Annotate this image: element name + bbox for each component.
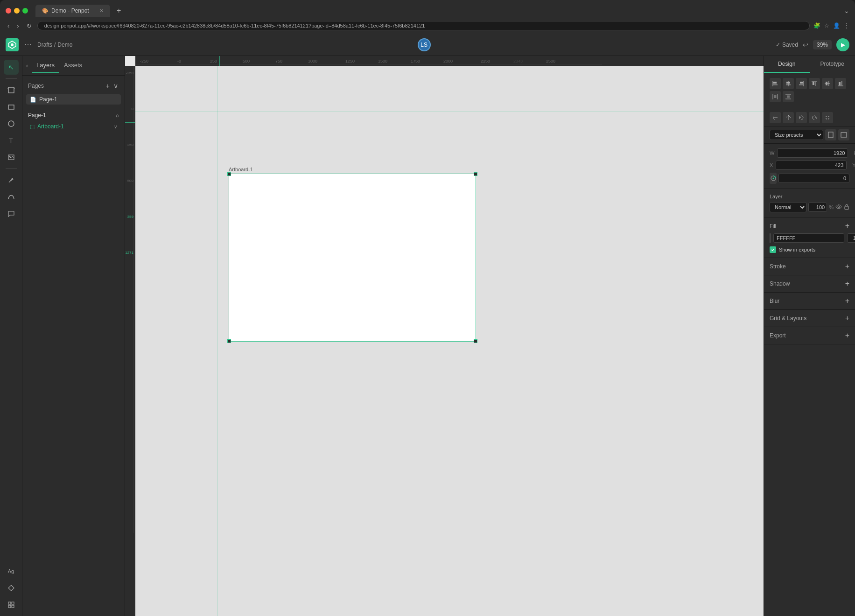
canvas-background[interactable]: Artboard-1 <box>135 66 764 616</box>
layer-lock-button[interactable] <box>844 203 849 211</box>
flip-h-button[interactable] <box>770 112 781 123</box>
layer-blend-mode-select[interactable]: Normal <box>770 202 806 212</box>
rotate-left-button[interactable] <box>796 112 807 123</box>
grid-view-button[interactable] <box>4 597 19 612</box>
frame-tool-button[interactable] <box>4 83 19 98</box>
width-input[interactable]: 1920 <box>777 148 848 158</box>
pages-section: Pages + ∨ 📄 Page-1 <box>26 79 121 105</box>
breadcrumb-sep: / <box>54 42 56 48</box>
add-fill-button[interactable]: + <box>845 222 849 230</box>
svg-rect-11 <box>8 605 11 608</box>
add-grid-button[interactable]: + <box>845 315 849 322</box>
align-bottom-button[interactable] <box>835 78 846 89</box>
layer-item[interactable]: ⬚ Artboard-1 ∨ <box>26 121 121 132</box>
header-menu-button[interactable]: ⋯ <box>22 39 34 50</box>
handle-bottom-right[interactable] <box>474 339 477 343</box>
close-traffic-light[interactable] <box>6 8 11 14</box>
zoom-button[interactable]: 39% <box>813 40 832 49</box>
add-export-button[interactable]: + <box>845 332 849 339</box>
align-middle-v-button[interactable] <box>822 78 833 89</box>
comment-tool-button[interactable] <box>4 206 19 221</box>
tab-close-button[interactable]: ✕ <box>99 8 104 14</box>
svg-rect-42 <box>828 81 829 86</box>
artboard[interactable] <box>229 174 476 342</box>
layer-title: Layer <box>770 194 849 199</box>
rotate-right-button[interactable] <box>809 112 820 123</box>
text-tool-button[interactable]: T <box>4 133 19 148</box>
design-tab[interactable]: Design <box>764 56 810 73</box>
show-in-exports-checkbox[interactable] <box>770 246 776 253</box>
x-input[interactable]: 423 <box>776 161 847 170</box>
saved-label: Saved <box>782 42 798 48</box>
page-item[interactable]: 📄 Page-1 <box>26 94 121 105</box>
fill-color-swatch[interactable] <box>770 233 771 243</box>
refresh-button[interactable]: ↻ <box>25 21 34 30</box>
align-left-button[interactable] <box>770 78 781 89</box>
alignment-section <box>764 73 855 109</box>
expand-pages-button[interactable]: ∨ <box>112 81 119 91</box>
handle-top-left[interactable] <box>227 172 231 176</box>
distribute-v-button[interactable] <box>783 91 794 102</box>
svg-rect-44 <box>839 82 841 85</box>
maximize-traffic-light[interactable] <box>22 8 28 14</box>
handle-bottom-left[interactable] <box>227 339 231 343</box>
svg-rect-29 <box>773 82 777 84</box>
layers-section-title: Page-1 <box>28 112 46 119</box>
svg-rect-41 <box>826 82 827 85</box>
add-page-button[interactable]: + <box>105 81 111 91</box>
panel-collapse-button[interactable]: ‹ <box>26 63 28 69</box>
typography-tool-button[interactable]: Ag <box>4 564 19 579</box>
svg-text:500: 500 <box>243 59 250 63</box>
constrain-proportions-button[interactable] <box>822 112 833 123</box>
fill-opacity-input[interactable]: 100 <box>847 233 855 243</box>
rotation-button[interactable] <box>770 173 777 184</box>
ellipse-tool-button[interactable] <box>4 116 19 131</box>
align-right-button[interactable] <box>796 78 807 89</box>
layers-search-button[interactable]: ⌕ <box>116 112 119 119</box>
size-presets-select[interactable]: Size presets <box>770 130 823 140</box>
rectangle-tool-button[interactable] <box>4 99 19 114</box>
svg-rect-36 <box>799 84 803 85</box>
history-button[interactable]: ↩ <box>803 41 808 49</box>
add-blur-button[interactable]: + <box>845 297 849 305</box>
fill-header: Fill + <box>770 222 849 230</box>
assets-tab[interactable]: Assets <box>59 58 87 73</box>
curve-tool-button[interactable] <box>4 189 19 204</box>
frame-orientation-landscape[interactable] <box>838 129 849 140</box>
align-top-button[interactable] <box>809 78 820 89</box>
flip-v-button[interactable] <box>783 112 794 123</box>
play-button[interactable]: ▶ <box>836 38 849 51</box>
page-name: Page-1 <box>39 96 57 103</box>
prototype-tab[interactable]: Prototype <box>810 56 855 73</box>
canvas-area[interactable]: -250 -0 250 500 750 1000 1250 1500 1750 … <box>125 56 764 616</box>
minimize-traffic-light[interactable] <box>14 8 20 14</box>
add-stroke-button[interactable]: + <box>845 263 849 270</box>
pen-tool-button[interactable] <box>4 173 19 188</box>
active-tab[interactable]: 🎨 Demo - Penpot ✕ <box>35 5 110 17</box>
address-bar[interactable]: design.penpot.app/#/workspace/f6340820-6… <box>37 21 810 30</box>
tab-title: Demo - Penpot <box>51 7 89 14</box>
distribute-h-button[interactable] <box>770 91 781 102</box>
align-center-h-button[interactable] <box>783 78 794 89</box>
layer-expand-button[interactable]: ∨ <box>114 124 117 129</box>
fill-color-input[interactable]: FFFFFF <box>773 233 844 243</box>
layers-tab[interactable]: Layers <box>32 58 59 73</box>
checkmark-icon: ✓ <box>776 42 780 48</box>
svg-text:1250: 1250 <box>345 59 355 63</box>
back-button[interactable]: ‹ <box>6 21 11 30</box>
layer-visibility-button[interactable] <box>835 204 842 210</box>
export-title: Export <box>770 332 786 339</box>
component-tool-button[interactable] <box>4 581 19 595</box>
add-shadow-button[interactable]: + <box>845 280 849 287</box>
show-in-exports-label: Show in exports <box>779 247 815 252</box>
layer-opacity-input[interactable]: 100 <box>808 203 827 212</box>
opacity-unit: % <box>829 204 834 210</box>
frame-orientation-portrait[interactable] <box>825 129 836 140</box>
image-tool-button[interactable] <box>4 150 19 165</box>
ruler-h-crosshair <box>219 56 220 66</box>
new-tab-button[interactable]: + <box>114 6 124 16</box>
rotation-input[interactable]: 0 <box>778 174 849 183</box>
select-tool-button[interactable]: ↖ <box>4 60 19 75</box>
forward-button[interactable]: › <box>15 21 21 30</box>
handle-top-right[interactable] <box>474 172 477 176</box>
